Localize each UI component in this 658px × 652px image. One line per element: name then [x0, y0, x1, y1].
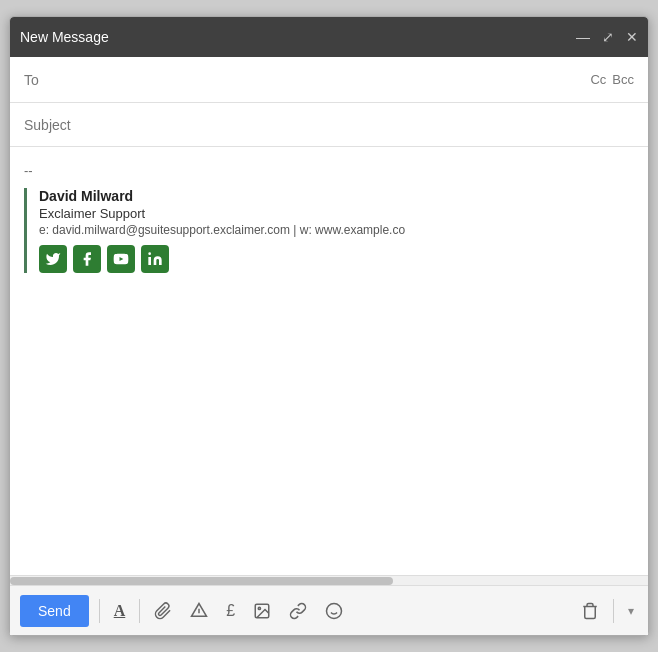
link-icon[interactable]	[285, 598, 311, 624]
delete-icon[interactable]	[577, 598, 603, 624]
svg-point-5	[258, 607, 260, 609]
send-button[interactable]: Send	[20, 595, 89, 627]
to-row: To Cc Bcc	[10, 57, 648, 103]
toolbar-divider-1	[99, 599, 100, 623]
toolbar-divider-3	[613, 599, 614, 623]
scrollbar[interactable]	[10, 575, 648, 585]
scrollbar-thumb[interactable]	[10, 577, 393, 585]
window-title: New Message	[20, 29, 109, 45]
youtube-icon[interactable]	[107, 245, 135, 273]
sig-social-icons	[39, 245, 634, 273]
sig-contact: e: david.milward@gsuitesupport.exclaimer…	[39, 223, 634, 237]
svg-point-6	[327, 603, 342, 618]
more-options-button[interactable]: ▾	[624, 600, 638, 622]
bcc-button[interactable]: Bcc	[612, 72, 634, 87]
cc-bcc-controls: Cc Bcc	[590, 72, 634, 87]
twitter-icon[interactable]	[39, 245, 67, 273]
svg-rect-1	[148, 257, 151, 265]
body-area[interactable]: -- David Milward Exclaimer Support e: da…	[10, 147, 648, 575]
sig-company: Exclaimer Support	[39, 206, 634, 221]
close-button[interactable]: ✕	[626, 30, 638, 44]
cc-button[interactable]: Cc	[590, 72, 606, 87]
currency-label: £	[226, 602, 235, 620]
linkedin-icon[interactable]	[141, 245, 169, 273]
email-signature: David Milward Exclaimer Support e: david…	[24, 188, 634, 273]
toolbar-divider-2	[139, 599, 140, 623]
subject-input[interactable]	[24, 117, 634, 133]
subject-row	[10, 103, 648, 147]
compose-window: New Message — ⤢ ✕ To Cc Bcc -- David Mil…	[9, 16, 649, 636]
minimize-button[interactable]: —	[576, 30, 590, 44]
photo-icon[interactable]	[249, 598, 275, 624]
to-input[interactable]	[54, 72, 590, 88]
emoji-icon[interactable]	[321, 598, 347, 624]
toolbar: Send A £	[10, 585, 648, 635]
attach-file-icon[interactable]	[150, 598, 176, 624]
signature-separator: --	[24, 163, 634, 178]
font-icon-label: A	[114, 602, 126, 620]
sig-name: David Milward	[39, 188, 634, 204]
to-label: To	[24, 72, 54, 88]
facebook-icon[interactable]	[73, 245, 101, 273]
font-format-icon[interactable]: A	[110, 598, 130, 624]
titlebar: New Message — ⤢ ✕	[10, 17, 648, 57]
drive-icon[interactable]	[186, 598, 212, 624]
maximize-button[interactable]: ⤢	[602, 30, 614, 44]
window-controls: — ⤢ ✕	[576, 30, 638, 44]
svg-point-2	[148, 252, 151, 255]
currency-icon[interactable]: £	[222, 598, 239, 624]
